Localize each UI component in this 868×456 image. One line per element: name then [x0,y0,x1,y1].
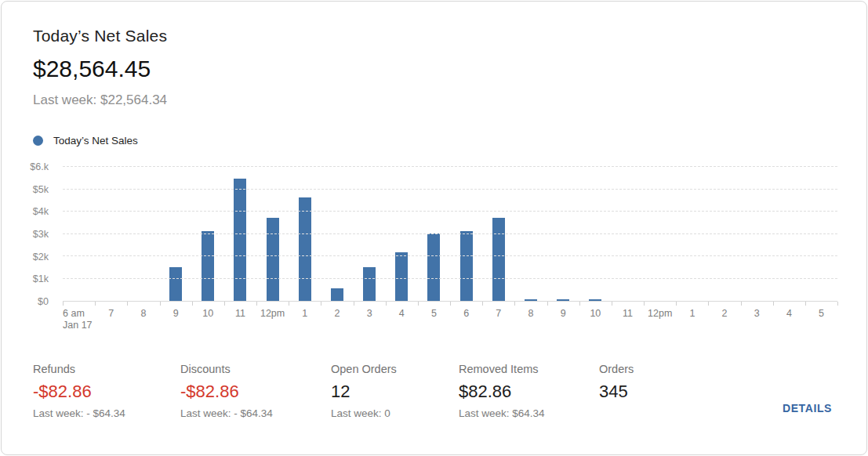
x-axis-label: 12pm [644,308,676,331]
stat-label: Removed Items [459,363,545,376]
x-axis-label: 2 [321,308,353,331]
net-sales-amount: $28,564.45 [33,55,835,83]
bar-8[interactable] [525,299,537,301]
y-axis-label: $3k [33,229,49,240]
x-axis-tick [741,302,742,306]
bar-slot [805,167,837,301]
x-axis-label: 5 [418,308,450,331]
bar-slot [644,167,676,301]
stat-last-week: Last week: - $64.34 [33,407,125,420]
bar-6[interactable] [460,231,473,301]
x-axis-tick [418,302,419,306]
x-axis-label: 4 [386,308,418,331]
x-axis-label: 6 amJan 17 [63,308,95,331]
x-axis-label: 1 [676,308,708,331]
x-axis-label: 5 [805,308,837,331]
stat-open-orders: Open Orders 12 Last week: 0 [331,363,397,420]
legend-dot-icon [33,136,43,146]
bar-3[interactable] [363,267,376,301]
bar-slot [708,167,740,301]
x-axis-tick [514,302,515,306]
bar-slot [224,167,256,301]
gridline [63,166,837,167]
y-axis-label: $1k [33,273,49,284]
x-axis-label: 11 [612,308,644,331]
bar-slot [676,167,708,301]
chart-y-axis: $6.k$5k$4k$3k$2k$1k$0 [2,167,49,302]
stat-value: -$82.86 [180,382,273,401]
bar-11[interactable] [234,179,246,301]
x-axis-tick [579,302,580,306]
x-axis-tick [644,302,645,306]
x-axis-label: 8 [514,308,547,331]
stat-last-week: Last week: 0 [331,407,397,420]
x-axis-label: 11 [224,308,256,331]
gridline [63,189,837,190]
bar-slot [127,167,159,301]
y-axis-label: $0 [38,296,49,307]
stat-removed-items: Removed Items $82.86 Last week: $64.34 [459,363,545,420]
stat-value: $82.86 [459,382,545,401]
x-axis-label: 6 [450,308,482,331]
bar-slot [773,167,805,301]
bar-5[interactable] [427,233,440,301]
bar-slot [514,167,547,301]
x-axis-tick [160,302,161,306]
x-axis-label: 1 [289,308,321,331]
x-axis-tick [612,302,612,306]
bar-slot [192,167,224,301]
chart-plot-wrap: 6 amJan 17789101112pm123456789101112pm12… [63,167,837,331]
stat-refunds: Refunds -$82.86 Last week: - $64.34 [33,363,125,420]
x-axis-tick [773,302,774,306]
net-sales-card: Today’s Net Sales $28,564.45 Last week: … [1,1,867,455]
gridline [63,211,837,212]
bar-slot [95,167,127,301]
x-axis-label: 3 [354,308,386,331]
card-header: Today’s Net Sales $28,564.45 Last week: … [2,2,866,108]
stat-label: Refunds [33,363,125,376]
x-axis-tick [95,302,96,306]
x-axis-label: 7 [95,308,127,331]
bar-slot [354,167,386,301]
chart-x-ticks [63,302,837,306]
bar-9[interactable] [557,299,569,301]
details-link[interactable]: DETAILS [783,402,832,414]
bar-slot [289,167,321,301]
x-axis-tick [63,302,64,306]
x-axis-label: 2 [708,308,740,331]
bar-7[interactable] [492,218,505,301]
x-axis-tick [386,302,387,306]
bar-10[interactable] [202,231,214,301]
x-axis-tick [354,302,354,306]
bar-4[interactable] [395,252,408,301]
x-axis-label: 9 [547,308,579,331]
bar-slot [418,167,450,301]
x-axis-tick [127,302,128,306]
bar-slot [160,167,192,301]
x-axis-tick [837,302,838,306]
stat-last-week: Last week: - $64.34 [180,407,273,420]
stat-value: 12 [331,382,397,401]
plot-area [63,167,837,302]
bar-10[interactable] [589,299,601,301]
bar-1[interactable] [299,197,311,301]
net-sales-last-week: Last week: $22,564.34 [33,92,835,108]
bar-slot [612,167,644,301]
legend-item-net-sales[interactable]: Today’s Net Sales [2,133,866,147]
x-axis-label: 8 [127,308,159,331]
bar-slot [450,167,482,301]
bar-2[interactable] [331,288,343,301]
bar-9[interactable] [169,267,182,301]
gridline [63,278,837,279]
bar-slot [63,167,95,301]
stat-orders: Orders 345 [599,363,634,407]
y-axis-label: $2k [33,252,49,262]
bar-slot [482,167,514,301]
summary-stats: Refunds -$82.86 Last week: - $64.34 Disc… [2,363,866,455]
x-axis-tick [450,302,451,306]
x-axis-label: 4 [773,308,805,331]
hourly-sales-chart: $6.k$5k$4k$3k$2k$1k$0 6 amJan 1778910111… [2,167,866,331]
y-axis-label: $5k [33,184,49,195]
chart-x-axis: 6 amJan 17789101112pm123456789101112pm12… [63,306,837,331]
bar-12pm[interactable] [267,218,279,301]
